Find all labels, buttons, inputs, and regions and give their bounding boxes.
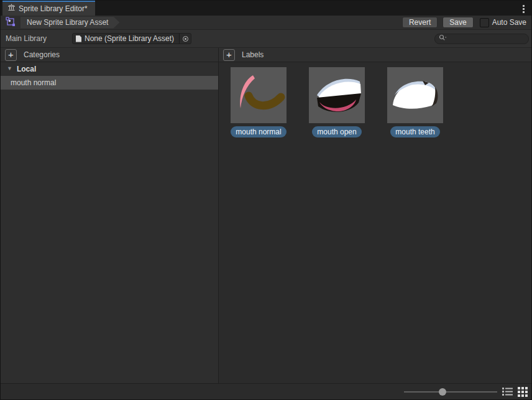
category-item-name: mouth normal (11, 78, 56, 87)
categories-list: ▼ Local mouth normal (1, 62, 218, 383)
foldout-arrow-icon[interactable]: ▼ (7, 65, 12, 72)
categories-panel: + Categories ▼ Local mouth normal (1, 48, 218, 383)
category-group-local[interactable]: ▼ Local (1, 62, 218, 76)
object-picker-icon[interactable] (179, 34, 191, 44)
sprite-thumbnail-mouth-teeth[interactable] (387, 67, 443, 123)
slider-track[interactable] (404, 391, 497, 393)
revert-button[interactable]: Revert (402, 17, 438, 28)
toolbar: New Sprite Library Asset Revert Save Aut… (1, 16, 531, 30)
main-library-label: Main Library (6, 34, 72, 43)
auto-save-checkbox[interactable] (480, 18, 489, 27)
sprite-library-window-icon (7, 4, 16, 14)
main-library-object-field[interactable]: None (Sprite Library Asset) (72, 33, 191, 44)
label-item-mouth-open[interactable]: mouth open (308, 67, 366, 137)
kebab-menu-icon[interactable] (521, 4, 526, 14)
breadcrumb[interactable]: New Sprite Library Asset (21, 17, 119, 29)
add-label-button[interactable]: + (223, 49, 235, 61)
label-item-mouth-teeth[interactable]: mouth teeth (386, 67, 444, 137)
list-view-icon[interactable] (502, 386, 513, 398)
grid-view-icon[interactable] (517, 386, 528, 398)
sprite-thumbnail-mouth-open[interactable] (309, 67, 365, 123)
sprite-library-asset-icon (6, 17, 16, 29)
sprite-library-editor-window: Sprite Library Editor* New Sprite Librar… (0, 0, 532, 400)
category-item-mouth-normal[interactable]: mouth normal (1, 76, 218, 90)
search-field[interactable] (434, 34, 529, 44)
magnifier-icon (439, 34, 447, 43)
breadcrumb-label: New Sprite Library Asset (27, 18, 108, 27)
sprite-thumbnail-mouth-normal[interactable] (231, 67, 287, 123)
bottom-bar (1, 383, 531, 399)
auto-save-label: Auto Save (492, 18, 526, 27)
label-item-mouth-normal[interactable]: mouth normal (229, 67, 288, 137)
labels-panel: + Labels mouth normal (219, 48, 531, 383)
main-library-row: Main Library None (Sprite Library Asset) (1, 30, 531, 48)
slider-handle[interactable] (439, 388, 446, 396)
tab-sprite-library-editor[interactable]: Sprite Library Editor* (2, 1, 95, 16)
labels-grid: mouth normal mouth open (219, 62, 531, 383)
asset-file-icon (76, 35, 81, 42)
labels-header: + Labels (219, 48, 531, 62)
thumbnail-size-slider[interactable] (404, 388, 497, 396)
categories-title: Categories (24, 50, 60, 59)
category-group-name: Local (17, 65, 36, 73)
tab-title: Sprite Library Editor* (19, 4, 88, 13)
tab-bar: Sprite Library Editor* (1, 1, 531, 16)
labels-title: Labels (242, 50, 264, 59)
add-category-button[interactable]: + (5, 49, 17, 61)
panels: + Categories ▼ Local mouth normal + Labe… (1, 48, 531, 383)
categories-header: + Categories (1, 48, 218, 62)
search-input[interactable] (449, 34, 525, 43)
object-field-value: None (Sprite Library Asset) (85, 34, 174, 43)
label-pill[interactable]: mouth normal (231, 126, 286, 137)
save-button[interactable]: Save (443, 17, 473, 28)
label-pill[interactable]: mouth teeth (390, 126, 439, 137)
label-pill[interactable]: mouth open (312, 126, 361, 137)
